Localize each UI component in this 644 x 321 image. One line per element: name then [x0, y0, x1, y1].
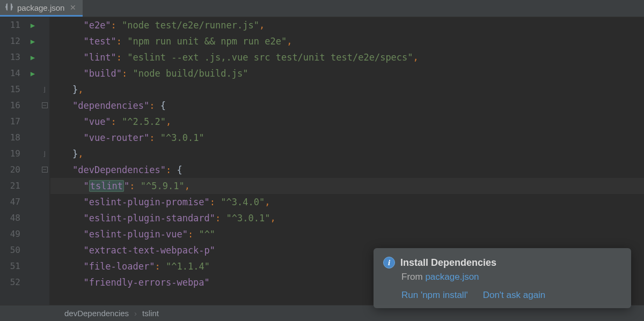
dont-ask-again-link[interactable]: Don't ask again: [483, 290, 546, 301]
breadcrumb-item[interactable]: devDependencies: [64, 309, 129, 318]
install-dependencies-notification: i Install Dependencies From package.json…: [374, 248, 631, 308]
code-line[interactable]: "vue-router": "^3.0.1": [50, 130, 644, 146]
file-tab-package-json[interactable]: package.json ✕: [0, 0, 83, 17]
code-line[interactable]: "lint": "eslint --ext .js,.vue src test/…: [50, 49, 644, 65]
run-npm-install-link[interactable]: Run 'npm install': [401, 290, 468, 301]
tab-bar: package.json ✕: [0, 0, 644, 17]
fold-gutter: ⌋−⌋−: [40, 17, 49, 305]
run-icon[interactable]: ▶: [26, 17, 40, 33]
code-line[interactable]: "test": "npm run unit && npm run e2e",: [50, 33, 644, 49]
code-line[interactable]: "devDependencies": {: [50, 162, 644, 178]
json-file-icon: [4, 2, 14, 13]
code-line[interactable]: "dependencies": {: [50, 98, 644, 114]
run-gutter: ▶▶▶▶: [26, 17, 40, 305]
code-line[interactable]: },: [50, 81, 644, 98]
breadcrumb-item[interactable]: tslint: [142, 309, 159, 318]
fold-toggle-icon[interactable]: −: [42, 102, 48, 108]
chevron-right-icon: ›: [134, 309, 137, 318]
code-line[interactable]: "vue": "^2.5.2",: [50, 114, 644, 130]
run-icon[interactable]: ▶: [26, 65, 40, 81]
run-icon[interactable]: ▶: [26, 33, 40, 49]
code-line[interactable]: "eslint-plugin-promise": "^3.4.0",: [50, 194, 644, 210]
notification-from-file[interactable]: package.json: [425, 272, 479, 282]
code-line[interactable]: "eslint-plugin-standard": "^3.0.1",: [50, 210, 644, 226]
code-line[interactable]: "build": "node build/build.js": [50, 65, 644, 81]
line-number-gutter: 1112131415161718192021474849505152: [0, 17, 26, 305]
notification-body: From package.json: [401, 272, 621, 282]
code-line[interactable]: },: [50, 146, 644, 162]
fold-end-icon: ⌋: [42, 150, 46, 158]
fold-end-icon: ⌋: [42, 86, 46, 93]
code-line[interactable]: "tslint": "^5.9.1",: [50, 178, 644, 194]
notification-from-prefix: From: [401, 272, 425, 282]
code-line[interactable]: "e2e": "node test/e2e/runner.js",: [50, 17, 644, 33]
run-icon[interactable]: ▶: [26, 49, 40, 65]
code-line[interactable]: "eslint-plugin-vue": "^": [50, 226, 644, 242]
fold-toggle-icon[interactable]: −: [42, 167, 48, 173]
info-icon: i: [383, 257, 395, 268]
close-tab-icon[interactable]: ✕: [70, 3, 76, 12]
notification-title: Install Dependencies: [400, 257, 496, 268]
tab-filename: package.json: [17, 3, 64, 12]
